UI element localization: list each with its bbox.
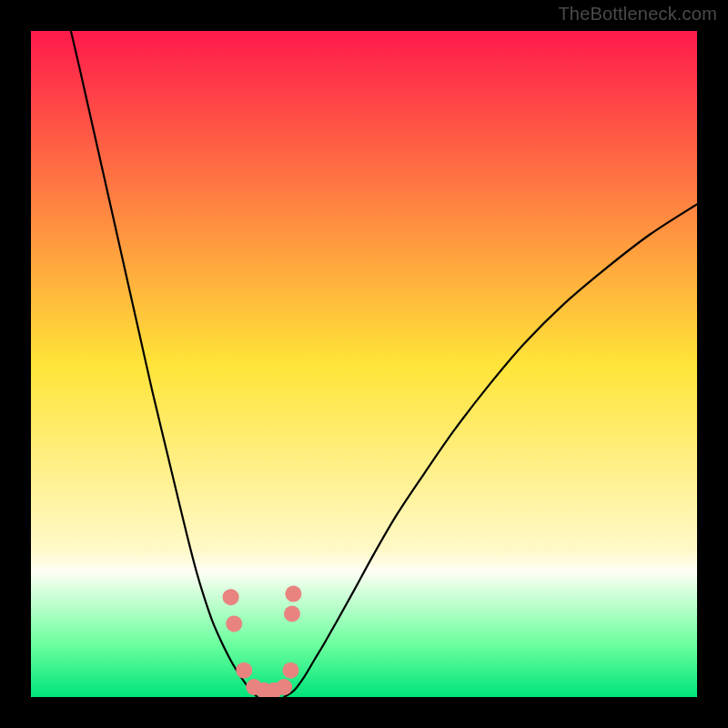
watermark-text: TheBottleneck.com <box>558 4 717 25</box>
highlight-dot <box>236 662 252 679</box>
highlight-dot <box>276 679 292 695</box>
highlight-dot <box>282 662 298 679</box>
plot-background <box>31 31 697 697</box>
highlight-dot <box>285 586 301 602</box>
chart-frame: TheBottleneck.com <box>0 0 728 728</box>
chart-plot <box>0 0 728 728</box>
highlight-dot <box>223 589 239 605</box>
highlight-dot <box>284 606 300 622</box>
highlight-dot <box>226 615 242 632</box>
